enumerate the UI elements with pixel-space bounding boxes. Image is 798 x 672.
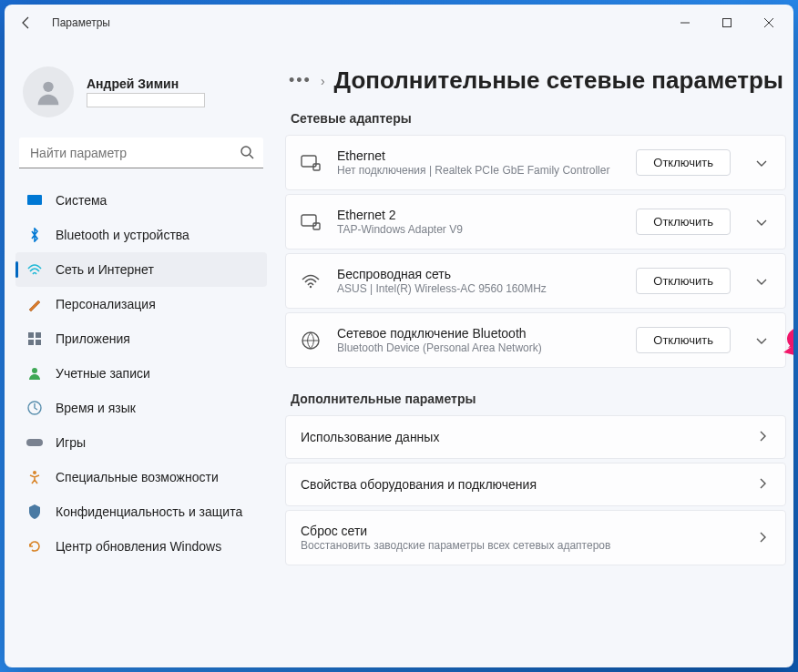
sidebar-item-accessibility[interactable]: Специальные возможности bbox=[15, 460, 267, 494]
adapter-subtitle: TAP-Windows Adapter V9 bbox=[337, 223, 619, 236]
chevron-down-icon[interactable] bbox=[747, 332, 771, 349]
sidebar-item-label: Персонализация bbox=[56, 297, 156, 311]
more-title: Свойства оборудования и подключения bbox=[301, 477, 734, 492]
close-button[interactable] bbox=[748, 8, 790, 37]
disable-button[interactable]: Отключить bbox=[636, 268, 731, 294]
sidebar-item-time-language[interactable]: Время и язык bbox=[15, 391, 267, 425]
window-controls bbox=[664, 8, 790, 37]
breadcrumb-ellipsis[interactable]: ••• bbox=[289, 71, 312, 90]
more-subtitle: Восстановить заводские параметры всех се… bbox=[301, 539, 734, 552]
svg-point-16 bbox=[310, 285, 312, 287]
user-email-redacted bbox=[87, 93, 205, 107]
sidebar: Андрей Зимин Система Bluetooth и устройс… bbox=[5, 41, 278, 667]
accounts-icon bbox=[26, 366, 43, 381]
window-title: Параметры bbox=[52, 16, 110, 29]
bluetooth-icon bbox=[26, 228, 43, 242]
svg-rect-5 bbox=[36, 332, 41, 338]
adapter-title: Сетевое подключение Bluetooth bbox=[337, 326, 619, 341]
sidebar-item-label: Учетные записи bbox=[56, 366, 150, 381]
gaming-icon bbox=[26, 437, 43, 448]
chevron-down-icon[interactable] bbox=[747, 214, 771, 230]
sidebar-item-gaming[interactable]: Игры bbox=[15, 425, 267, 460]
svg-point-11 bbox=[33, 471, 36, 474]
disable-button[interactable]: Отключить bbox=[636, 149, 731, 176]
sidebar-item-privacy[interactable]: Конфиденциальность и защита bbox=[15, 494, 267, 529]
adapter-row-wifi[interactable]: Беспроводная сеть ASUS | Intel(R) Wirele… bbox=[285, 253, 786, 309]
chevron-right-icon: › bbox=[321, 74, 325, 88]
user-name: Андрей Зимин bbox=[87, 76, 205, 91]
more-row-data-usage[interactable]: Использование данных bbox=[285, 415, 786, 459]
wifi-icon bbox=[301, 274, 321, 289]
more-title: Сброс сети bbox=[301, 524, 734, 538]
maximize-icon bbox=[721, 17, 732, 28]
sidebar-item-label: Время и язык bbox=[56, 401, 136, 415]
chevron-down-icon[interactable] bbox=[747, 273, 771, 290]
system-icon bbox=[26, 195, 43, 206]
ethernet-icon bbox=[301, 214, 321, 230]
adapter-row-ethernet2[interactable]: Ethernet 2 TAP-Windows Adapter V9 Отключ… bbox=[285, 194, 786, 249]
avatar bbox=[23, 66, 74, 117]
close-icon bbox=[763, 17, 774, 28]
sidebar-item-label: Сеть и Интернет bbox=[56, 262, 154, 277]
svg-rect-7 bbox=[36, 340, 41, 345]
disable-button[interactable]: Отключить bbox=[636, 209, 731, 235]
svg-point-2 bbox=[241, 147, 251, 156]
update-icon bbox=[26, 539, 43, 554]
sidebar-item-network[interactable]: Сеть и Интернет bbox=[15, 252, 267, 287]
sidebar-item-label: Конфиденциальность и защита bbox=[56, 504, 242, 519]
breadcrumb: ••• › Дополнительные сетевые параметры bbox=[289, 66, 786, 95]
settings-window: Параметры Андрей Зимин bbox=[5, 5, 793, 667]
svg-rect-4 bbox=[28, 332, 34, 338]
sidebar-item-system[interactable]: Система bbox=[15, 183, 267, 218]
search-wrap bbox=[19, 137, 263, 168]
more-row-hardware-props[interactable]: Свойства оборудования и подключения bbox=[285, 463, 786, 506]
bluetooth-network-icon bbox=[301, 331, 321, 350]
disable-button[interactable]: Отключить bbox=[636, 327, 731, 353]
sidebar-item-personalization[interactable]: Персонализация bbox=[15, 287, 267, 321]
person-icon bbox=[33, 76, 64, 107]
svg-rect-0 bbox=[723, 19, 732, 27]
network-icon bbox=[26, 263, 43, 276]
svg-point-1 bbox=[43, 82, 53, 92]
back-button[interactable] bbox=[8, 8, 45, 37]
sidebar-item-label: Игры bbox=[56, 435, 86, 450]
sidebar-item-label: Приложения bbox=[56, 331, 130, 346]
chevron-down-icon[interactable] bbox=[747, 155, 771, 171]
maximize-button[interactable] bbox=[706, 8, 748, 37]
chevron-right-icon bbox=[751, 429, 771, 445]
section-more-label: Дополнительные параметры bbox=[291, 392, 786, 406]
minimize-icon bbox=[680, 17, 691, 28]
sidebar-item-bluetooth[interactable]: Bluetooth и устройства bbox=[15, 218, 267, 252]
svg-rect-10 bbox=[26, 439, 43, 446]
adapter-title: Ethernet bbox=[337, 148, 619, 163]
time-language-icon bbox=[26, 401, 43, 415]
sidebar-item-update[interactable]: Центр обновления Windows bbox=[15, 529, 267, 564]
sidebar-item-label: Bluetooth и устройства bbox=[56, 228, 189, 242]
chevron-right-icon bbox=[751, 476, 771, 493]
svg-rect-6 bbox=[28, 340, 34, 345]
adapter-title: Беспроводная сеть bbox=[337, 267, 619, 281]
titlebar: Параметры bbox=[5, 5, 793, 41]
svg-point-8 bbox=[32, 368, 37, 373]
user-block[interactable]: Андрей Зимин bbox=[15, 41, 267, 134]
sidebar-item-accounts[interactable]: Учетные записи bbox=[15, 356, 267, 391]
more-title: Использование данных bbox=[301, 430, 734, 444]
minimize-button[interactable] bbox=[664, 8, 706, 37]
accessibility-icon bbox=[26, 470, 43, 484]
arrow-left-icon bbox=[19, 15, 34, 30]
adapter-row-ethernet[interactable]: Ethernet Нет подключения | Realtek PCIe … bbox=[285, 135, 786, 190]
sidebar-item-label: Система bbox=[56, 193, 107, 208]
sidebar-item-label: Специальные возможности bbox=[56, 470, 219, 484]
adapter-subtitle: Нет подключения | Realtek PCIe GbE Famil… bbox=[337, 164, 619, 177]
search-input[interactable] bbox=[19, 137, 263, 168]
svg-rect-3 bbox=[27, 195, 42, 205]
chevron-right-icon bbox=[751, 530, 771, 546]
more-row-network-reset[interactable]: Сброс сети Восстановить заводские параме… bbox=[285, 510, 786, 565]
adapter-title: Ethernet 2 bbox=[337, 208, 619, 222]
search-icon bbox=[240, 145, 254, 163]
ethernet-icon bbox=[301, 155, 321, 171]
content: ••• › Дополнительные сетевые параметры С… bbox=[278, 41, 793, 667]
sidebar-item-apps[interactable]: Приложения bbox=[15, 321, 267, 356]
adapter-row-bluetooth[interactable]: Сетевое подключение Bluetooth Bluetooth … bbox=[285, 312, 786, 368]
apps-icon bbox=[26, 331, 43, 346]
